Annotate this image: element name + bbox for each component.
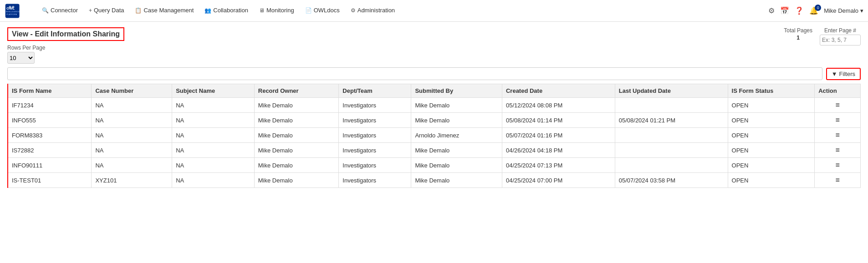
- table-row: INFO555NANAMike DemaloInvestigatorsMike …: [8, 113, 861, 128]
- enter-page-block: Enter Page #: [820, 27, 861, 46]
- navbar: OWL INTELLIGENCE PLATFORM 🔍 Connector + …: [0, 0, 868, 22]
- created-date-cell: 04/25/2024 07:00 PM: [502, 173, 615, 188]
- record-owner-cell: Mike Demalo: [254, 158, 339, 173]
- nav-owldocs[interactable]: 📄 OWLdocs: [301, 0, 344, 22]
- submitted-by-cell: Mike Demalo: [411, 113, 502, 128]
- subject-name-cell: NA: [172, 173, 255, 188]
- enter-page-input[interactable]: [820, 35, 861, 46]
- is-form-status-cell: OPEN: [728, 128, 815, 143]
- subject-name-cell: NA: [172, 128, 255, 143]
- plus-icon: +: [89, 7, 92, 14]
- nav-case-management[interactable]: 📋 Case Management: [130, 0, 198, 22]
- is-form-name-cell: FORM8383: [8, 128, 92, 143]
- user-menu[interactable]: Mike Demalo ▾: [824, 7, 863, 14]
- enter-page-label: Enter Page #: [824, 27, 856, 34]
- col-record-owner: Record Owner: [254, 84, 339, 98]
- is-form-name-cell: IF71234: [8, 98, 92, 113]
- dept-team-cell: Investigators: [339, 143, 411, 158]
- clipboard-icon: 📋: [135, 7, 142, 14]
- svg-point-4: [9, 5, 11, 8]
- col-case-number: Case Number: [92, 84, 172, 98]
- record-owner-cell: Mike Demalo: [254, 173, 339, 188]
- rows-per-page-label: Rows Per Page: [7, 45, 784, 51]
- dept-team-cell: Investigators: [339, 158, 411, 173]
- main-content: View - Edit Information Sharing Rows Per…: [0, 22, 868, 193]
- action-cell[interactable]: ≡: [815, 143, 861, 158]
- action-cell[interactable]: ≡: [815, 113, 861, 128]
- is-form-status-cell: OPEN: [728, 158, 815, 173]
- logo[interactable]: OWL INTELLIGENCE PLATFORM: [5, 3, 32, 19]
- top-row: View - Edit Information Sharing Rows Per…: [7, 27, 861, 67]
- created-date-cell: 05/07/2024 01:16 PM: [502, 128, 615, 143]
- nav-query-data[interactable]: + Query Data: [84, 0, 129, 22]
- table-body: IF71234NANAMike DemaloInvestigatorsMike …: [8, 98, 861, 188]
- last-updated-date-cell: 05/08/2024 01:21 PM: [615, 113, 728, 128]
- submitted-by-cell: Arnoldo Jimenez: [411, 128, 502, 143]
- rows-per-page-section: Rows Per Page 10 25 50 100: [7, 45, 784, 64]
- table-row: IF71234NANAMike DemaloInvestigatorsMike …: [8, 98, 861, 113]
- is-form-name-cell: IS72882: [8, 143, 92, 158]
- rows-per-page-select[interactable]: 10 25 50 100: [7, 52, 35, 64]
- action-cell[interactable]: ≡: [815, 158, 861, 173]
- table-row: INFO90111NANAMike DemaloInvestigatorsMik…: [8, 158, 861, 173]
- table-row: FORM8383NANAMike DemaloInvestigatorsArno…: [8, 128, 861, 143]
- case-number-cell: NA: [92, 143, 172, 158]
- submitted-by-cell: Mike Demalo: [411, 173, 502, 188]
- filter-button[interactable]: ▼ Filters: [826, 68, 861, 80]
- created-date-cell: 04/26/2024 04:18 PM: [502, 143, 615, 158]
- col-last-updated-date: Last Updated Date: [615, 84, 728, 98]
- subject-name-cell: NA: [172, 143, 255, 158]
- dept-team-cell: Investigators: [339, 113, 411, 128]
- search-icon: 🔍: [42, 7, 49, 14]
- submitted-by-cell: Mike Demalo: [411, 143, 502, 158]
- nav-collaboration[interactable]: 👥 Collaboration: [200, 0, 253, 22]
- people-icon: 👥: [204, 7, 211, 14]
- action-cell[interactable]: ≡: [815, 128, 861, 143]
- nav-monitoring[interactable]: 🖥 Monitoring: [255, 0, 299, 22]
- dept-team-cell: Investigators: [339, 173, 411, 188]
- calendar-icon[interactable]: 📅: [780, 6, 789, 15]
- nav-connector[interactable]: 🔍 Connector: [37, 0, 82, 22]
- svg-text:PLATFORM: PLATFORM: [6, 13, 17, 15]
- table-container: IS Form Name Case Number Subject Name Re…: [7, 84, 861, 188]
- is-form-status-cell: OPEN: [728, 143, 815, 158]
- help-icon[interactable]: ❓: [795, 6, 804, 15]
- last-updated-date-cell: 05/07/2024 03:58 PM: [615, 173, 728, 188]
- col-is-form-status: IS Form Status: [728, 84, 815, 98]
- search-input[interactable]: [7, 67, 822, 80]
- record-owner-cell: Mike Demalo: [254, 98, 339, 113]
- col-created-date: Created Date: [502, 84, 615, 98]
- dept-team-cell: Investigators: [339, 98, 411, 113]
- last-updated-date-cell: [615, 98, 728, 113]
- navbar-right: ⚙ 📅 ❓ 🔔 0 Mike Demalo ▾: [768, 6, 863, 15]
- created-date-cell: 05/12/2024 08:08 PM: [502, 98, 615, 113]
- submitted-by-cell: Mike Demalo: [411, 158, 502, 173]
- action-cell[interactable]: ≡: [815, 173, 861, 188]
- submitted-by-cell: Mike Demalo: [411, 98, 502, 113]
- notification-icon[interactable]: 🔔 0: [809, 6, 818, 15]
- total-pages-value: 1: [797, 35, 800, 41]
- last-updated-date-cell: [615, 128, 728, 143]
- doc-icon: 📄: [305, 7, 312, 14]
- action-cell[interactable]: ≡: [815, 98, 861, 113]
- subject-name-cell: NA: [172, 98, 255, 113]
- nav-administration[interactable]: ⚙ Administration: [346, 0, 399, 22]
- svg-point-5: [12, 5, 14, 8]
- created-date-cell: 05/08/2024 01:14 PM: [502, 113, 615, 128]
- monitor-icon: 🖥: [259, 7, 265, 14]
- dept-team-cell: Investigators: [339, 128, 411, 143]
- settings-icon[interactable]: ⚙: [768, 6, 775, 15]
- data-table: IS Form Name Case Number Subject Name Re…: [7, 84, 861, 188]
- last-updated-date-cell: [615, 143, 728, 158]
- table-row: IS72882NANAMike DemaloInvestigatorsMike …: [8, 143, 861, 158]
- is-form-name-cell: INFO555: [8, 113, 92, 128]
- last-updated-date-cell: [615, 158, 728, 173]
- user-chevron-icon: ▾: [860, 7, 863, 14]
- case-number-cell: NA: [92, 113, 172, 128]
- col-dept-team: Dept/Team: [339, 84, 411, 98]
- created-date-cell: 04/25/2024 07:13 PM: [502, 158, 615, 173]
- subject-name-cell: NA: [172, 158, 255, 173]
- search-filter-row: ▼ Filters: [7, 67, 861, 80]
- record-owner-cell: Mike Demalo: [254, 143, 339, 158]
- case-number-cell: NA: [92, 158, 172, 173]
